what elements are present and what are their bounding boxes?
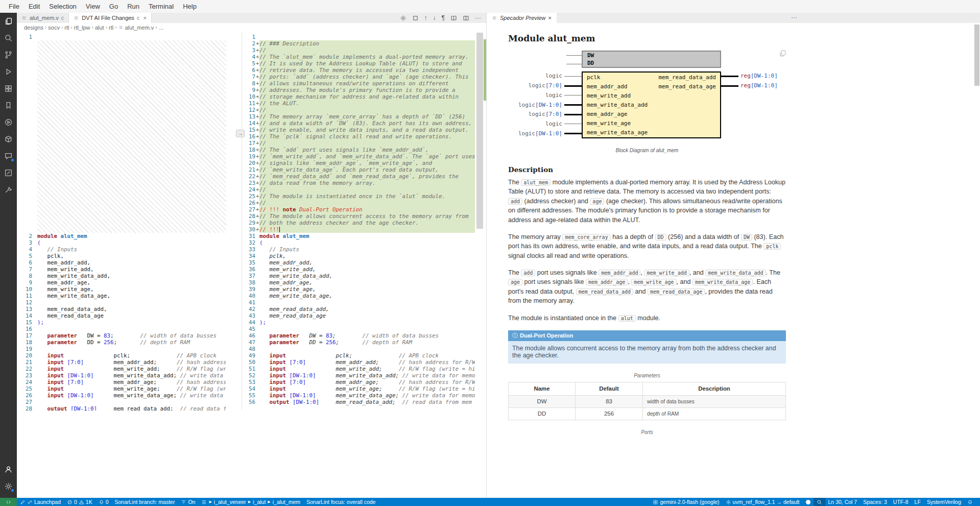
panel-more-actions-icon[interactable]: ··· [791, 14, 797, 21]
split-icon[interactable] [463, 15, 469, 21]
code-line[interactable]: 3( [17, 239, 242, 246]
menu-view[interactable]: View [81, 1, 105, 12]
search-status-button[interactable] [814, 498, 825, 506]
square-icon[interactable] [412, 15, 419, 21]
code-line[interactable]: 33 // Inputs [242, 246, 486, 253]
menu-go[interactable]: Go [105, 1, 123, 12]
activity-files-icon[interactable] [0, 13, 17, 30]
indentation[interactable]: Spaces: 3 [860, 498, 890, 506]
code-line[interactable]: 10+// storage mechanism for address and … [242, 93, 486, 100]
code-line[interactable]: 26 input [DW-1:0] mem_write_data_age; //… [17, 392, 242, 399]
gear-icon[interactable] [400, 15, 407, 21]
flow-config[interactable]: uvm_ref_flow_1.1→default [723, 498, 803, 506]
code-line[interactable]: 1 [242, 34, 486, 40]
code-line[interactable]: 13+// The memory array `mem_core_array` … [242, 113, 486, 120]
preview-content[interactable]: Module alut_mem DWDDpclkmem_read_data_ad… [487, 23, 980, 498]
code-line[interactable]: 15); [17, 319, 242, 326]
code-line[interactable]: 8 mem_write_data_add, [17, 273, 242, 279]
code-line[interactable]: 27 [17, 399, 242, 405]
code-line[interactable]: 4 // Inputs [17, 246, 242, 253]
code-line[interactable]: 2module alut_mem [17, 233, 242, 239]
more-icon[interactable]: ··· [475, 14, 481, 21]
activity-git-branch-icon[interactable] [0, 46, 17, 63]
menu-file[interactable]: File [4, 1, 24, 12]
code-line[interactable]: 14 mem_read_data_age [17, 312, 242, 319]
code-line[interactable]: 35 mem_addr_add, [242, 259, 486, 266]
code-line[interactable]: 12 [17, 299, 242, 306]
activity-package-icon[interactable] [0, 131, 17, 148]
code-line[interactable]: 29+// both the address checker and the a… [242, 220, 486, 226]
code-line[interactable]: 37 mem_write_data_add, [242, 273, 486, 279]
breadcrumb-item[interactable]: rtl_lpw [74, 25, 90, 31]
code-line[interactable]: 21+// `mem_write_data_age`. Each port's … [242, 166, 486, 173]
code-line[interactable]: 15+// write enable, and write data input… [242, 127, 486, 133]
breadcrumb[interactable]: designs›socv›rtl›rtl_lpw›alut›rtl›alut_m… [17, 23, 486, 32]
menu-run[interactable]: Run [123, 1, 144, 12]
code-line[interactable]: 51 input mem_write_add; // R/W flag (wri… [242, 366, 486, 372]
ai-model[interactable]: gemini-2.0-flash (google) [650, 498, 722, 506]
book-icon[interactable] [450, 15, 457, 21]
code-line[interactable]: 20 input pclk; // APB clock [17, 352, 242, 359]
diff-modified-pane[interactable]: 12+// ### Description3+//4+// The `alut_… [242, 32, 486, 411]
status-circle[interactable] [803, 498, 814, 506]
preview-scrollbar-thumb[interactable] [974, 25, 979, 86]
code-line[interactable]: 16+// The `pclk` signal clocks all read … [242, 133, 486, 140]
tab-dvt-ai-file-changes[interactable]: DVT AI File Changesc× [69, 13, 151, 23]
menu-selection[interactable]: Selection [44, 1, 81, 12]
problems-button[interactable]: 01K [64, 498, 95, 506]
breadcrumb-item[interactable]: rtl [64, 25, 69, 31]
code-line[interactable]: 6 mem_addr_add, [17, 259, 242, 266]
code-line[interactable]: 48 [242, 346, 486, 352]
code-line[interactable]: 11 mem_write_data_age, [17, 293, 242, 299]
code-line[interactable]: 14+// and a data width of `DW` (83). Eac… [242, 120, 486, 127]
code-line[interactable]: 19+// `mem_write_add`, and `mem_write_da… [242, 153, 486, 160]
activity-tools-icon[interactable] [0, 181, 17, 198]
code-line[interactable]: 56 output [DW-1:0] mem_read_data_add; //… [242, 399, 486, 405]
activity-gear-icon[interactable] [0, 478, 17, 495]
launchpad-button[interactable]: Launchpad [17, 498, 64, 506]
diff-original-pane[interactable]: 12module alut_mem3(4 // Inputs5 pclk,6 m… [17, 32, 242, 411]
code-line[interactable]: 10 mem_write_age, [17, 286, 242, 293]
activity-edit-icon[interactable] [0, 164, 17, 181]
code-line[interactable]: 19 [17, 346, 242, 352]
notifications-bell[interactable] [964, 498, 976, 506]
code-line[interactable]: 24 input [7:0] mem_addr_age; // hash add… [17, 379, 242, 385]
code-line[interactable]: 20+// signals like `mem_addr_age`, `mem_… [242, 160, 486, 166]
code-line[interactable]: 8+// allows simultaneous read/write oper… [242, 80, 486, 87]
code-line[interactable]: 24+// [242, 186, 486, 193]
breadcrumb-item[interactable]: socv [48, 25, 60, 31]
encoding[interactable]: UTF-8 [890, 498, 912, 506]
activity-extensions-icon[interactable] [0, 80, 17, 97]
code-line[interactable]: 17 parameter DW = 83; // width of data b… [17, 332, 242, 339]
notifications-count[interactable]: 0 [95, 498, 112, 506]
code-line[interactable]: 11+// the ALUT. [242, 100, 486, 107]
code-line[interactable]: 1 [17, 34, 242, 40]
code-line[interactable]: 32( [242, 239, 486, 246]
activity-comment-icon[interactable] [0, 148, 17, 164]
code-line[interactable]: 25 input mem_write_age; // R/W flag (wri… [17, 385, 242, 392]
sonarlint-branch[interactable]: SonarLint branch: master [112, 498, 178, 506]
language-mode[interactable]: SystemVerilog [924, 498, 964, 506]
cursor-position[interactable]: Ln 30, Col 7 [825, 498, 861, 506]
activity-search-icon[interactable] [0, 30, 17, 46]
code-line[interactable]: 28 output [DW-1:0] mem_read_data_add; //… [17, 405, 242, 411]
code-line[interactable]: 5+// It is used by the Address Lookup Ta… [242, 60, 486, 67]
code-line[interactable]: 21 input [7:0] mem_addr_add; // hash add… [17, 359, 242, 366]
code-line[interactable]: 38 mem_addr_age, [242, 279, 486, 286]
code-line[interactable]: 36 mem_write_add, [242, 266, 486, 273]
sonarlint-focus[interactable]: SonarLint focus: overall code [303, 498, 378, 506]
code-line[interactable]: 41 [242, 299, 486, 306]
activity-play-circle-icon[interactable] [0, 114, 17, 131]
code-line[interactable]: 5 pclk, [17, 253, 242, 259]
code-line[interactable]: 55 input [DW-1:0] mem_write_data_age; //… [242, 392, 486, 399]
instance-path[interactable]: ▶i_alut_veneer▶i_alut▶i_alut_mem [198, 498, 303, 506]
code-line[interactable]: 34 pclk, [242, 253, 486, 259]
close-icon[interactable]: × [548, 15, 551, 21]
breadcrumb-item[interactable]: alut [95, 25, 104, 31]
code-line[interactable]: 23 input [DW-1:0] mem_write_data_add; //… [17, 372, 242, 379]
code-line[interactable]: 47 parameter DD = 256; // depth of RAM [242, 339, 486, 346]
code-line[interactable]: 22+// `mem_read_data_add` and `mem_read_… [242, 173, 486, 180]
close-icon[interactable]: × [143, 15, 146, 21]
code-line[interactable]: 13 mem_read_data_add, [17, 306, 242, 312]
code-line[interactable]: 27+// !!! note Dual-Port Operation [242, 206, 486, 213]
